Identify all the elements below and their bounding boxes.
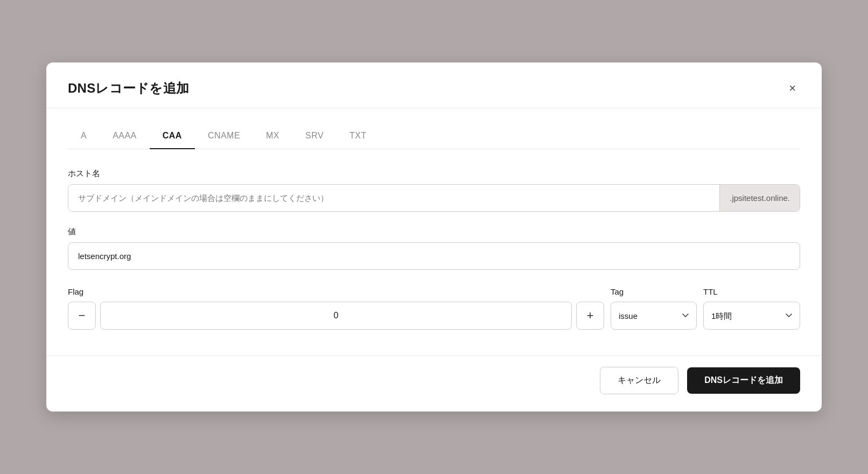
modal-dialog: DNSレコードを追加 × A AAAA CAA CNAME MX SRV TXT… — [46, 62, 822, 412]
hostname-suffix: .jpsitetest.online. — [719, 185, 800, 211]
modal-body: A AAAA CAA CNAME MX SRV TXT ホスト名 .jpsite… — [46, 108, 822, 351]
modal-header: DNSレコードを追加 × — [46, 62, 822, 108]
flag-group: Flag − + — [68, 287, 604, 330]
flag-tag-ttl-row: Flag − + Tag issue issuewild iodef — [68, 287, 800, 330]
flag-increment-button[interactable]: + — [576, 302, 604, 330]
modal-title: DNSレコードを追加 — [68, 80, 189, 97]
tab-caa[interactable]: CAA — [150, 126, 195, 149]
modal-overlay: DNSレコードを追加 × A AAAA CAA CNAME MX SRV TXT… — [0, 0, 868, 474]
cancel-button[interactable]: キャンセル — [600, 367, 678, 394]
tab-srv[interactable]: SRV — [292, 126, 337, 149]
flag-input[interactable] — [100, 302, 572, 330]
tab-aaaa[interactable]: AAAA — [100, 126, 150, 149]
tab-mx[interactable]: MX — [253, 126, 292, 149]
tab-txt[interactable]: TXT — [337, 126, 380, 149]
tag-label: Tag — [611, 287, 697, 296]
value-label: 値 — [68, 227, 800, 237]
ttl-select[interactable]: 1時間 30分 1日 カスタム — [703, 302, 800, 330]
tag-group: Tag issue issuewild iodef — [611, 287, 697, 330]
hostname-input[interactable] — [68, 185, 719, 211]
flag-decrement-button[interactable]: − — [68, 302, 96, 330]
flag-label: Flag — [68, 287, 604, 296]
flag-controls: − + — [68, 302, 604, 330]
ttl-label: TTL — [703, 287, 800, 296]
tab-a[interactable]: A — [68, 126, 100, 149]
value-input[interactable] — [68, 242, 800, 270]
ttl-group: TTL 1時間 30分 1日 カスタム — [703, 287, 800, 330]
tab-cname[interactable]: CNAME — [195, 126, 253, 149]
value-wrapper: 値 — [68, 227, 800, 270]
hostname-label: ホスト名 — [68, 169, 800, 179]
close-button[interactable]: × — [785, 80, 800, 96]
modal-footer: キャンセル DNSレコードを追加 — [46, 356, 822, 412]
tag-select[interactable]: issue issuewild iodef — [611, 302, 697, 330]
tabs-container: A AAAA CAA CNAME MX SRV TXT — [68, 126, 800, 149]
submit-button[interactable]: DNSレコードを追加 — [687, 367, 800, 394]
hostname-wrapper: .jpsitetest.online. — [68, 184, 800, 212]
